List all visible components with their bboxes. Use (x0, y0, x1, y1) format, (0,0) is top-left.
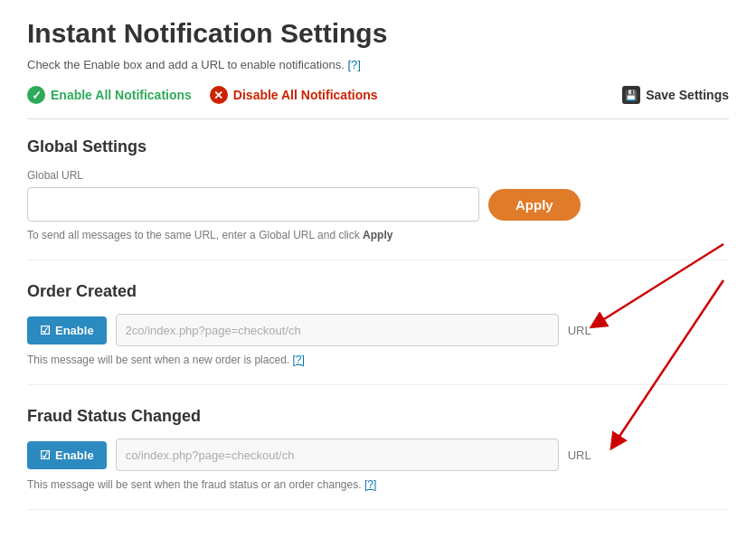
global-settings-section: Global Settings Global URL Apply To send… (27, 137, 729, 260)
global-hint-text: To send all messages to the same URL, en… (27, 229, 729, 241)
order-created-title: Order Created (27, 282, 729, 301)
fraud-status-hint: This message will be sent when the fraud… (27, 478, 729, 491)
disable-all-label: Disable All Notifications (233, 88, 378, 102)
save-settings-button[interactable]: 💾 Save Settings (622, 86, 729, 104)
order-created-hint: This message will be sent when a new ord… (27, 354, 729, 366)
order-created-url-label: URL (568, 324, 591, 337)
order-created-section: Order Created ☑ Enable URL This message … (27, 282, 729, 385)
global-settings-title: Global Settings (27, 137, 729, 156)
enable-all-label: Enable All Notifications (51, 88, 192, 102)
order-created-row: ☑ Enable URL (27, 314, 729, 346)
save-icon: 💾 (622, 86, 640, 104)
fraud-status-enable-button[interactable]: ☑ Enable (27, 441, 107, 469)
fraud-status-section: Fraud Status Changed ☑ Enable URL This m… (27, 407, 729, 510)
enable-all-notifications-button[interactable]: ✓ Enable All Notifications (27, 86, 192, 104)
order-created-url-input[interactable] (116, 314, 559, 346)
subtitle-text: Check the Enable box and add a URL to en… (27, 58, 729, 71)
fraud-status-url-label: URL (568, 448, 591, 462)
fraud-status-row: ☑ Enable URL (27, 439, 729, 471)
order-created-enable-button[interactable]: ☑ Enable (27, 316, 107, 345)
order-created-help-link[interactable]: [?] (293, 354, 305, 366)
global-url-label: Global URL (27, 169, 729, 182)
checkbox-check-icon-2: ☑ (40, 448, 51, 462)
page-title: Instant Notification Settings (27, 18, 729, 49)
fraud-status-url-input[interactable] (116, 439, 559, 471)
fraud-status-help-link[interactable]: [?] (364, 478, 376, 491)
fraud-status-title: Fraud Status Changed (27, 407, 729, 426)
fraud-status-enable-label: Enable (55, 448, 94, 462)
save-settings-label: Save Settings (646, 88, 729, 102)
global-url-input[interactable] (27, 187, 479, 222)
x-circle-icon: ✕ (210, 86, 228, 104)
subtitle-help-link[interactable]: [?] (347, 58, 360, 71)
checkbox-check-icon: ☑ (40, 324, 51, 337)
apply-button[interactable]: Apply (488, 189, 581, 221)
global-url-row: Apply (27, 187, 729, 222)
order-created-enable-label: Enable (55, 324, 94, 337)
check-circle-icon: ✓ (27, 86, 45, 104)
disable-all-notifications-button[interactable]: ✕ Disable All Notifications (210, 86, 378, 104)
top-actions-bar: ✓ Enable All Notifications ✕ Disable All… (27, 86, 729, 119)
